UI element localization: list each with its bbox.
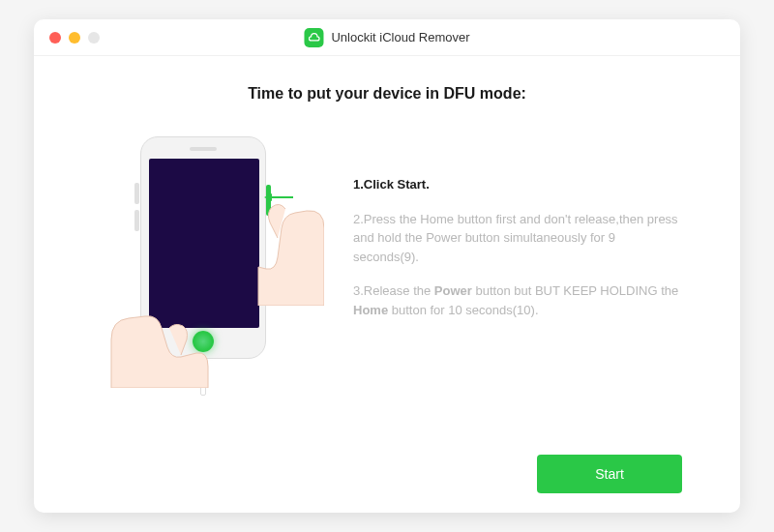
step-2: 2.Press the Home button first and don't … xyxy=(353,210,682,267)
close-icon[interactable] xyxy=(49,32,61,44)
app-icon xyxy=(304,28,323,47)
content: Time to put your device in DFU mode: xyxy=(34,56,740,513)
volume-down-icon xyxy=(134,210,139,231)
traffic-lights xyxy=(49,32,100,44)
main-row: 1.Click Start. 2.Press the Home button f… xyxy=(92,136,682,445)
instructions: 1.Click Start. 2.Press the Home button f… xyxy=(353,136,682,445)
minimize-icon[interactable] xyxy=(69,32,80,44)
volume-up-icon xyxy=(134,183,139,204)
step-1: 1.Click Start. xyxy=(353,175,682,194)
app-window: Unlockit iCloud Remover Time to put your… xyxy=(34,19,740,513)
titlebar: Unlockit iCloud Remover xyxy=(34,19,740,56)
right-hand-icon xyxy=(256,190,324,306)
step-3-mid: button but BUT KEEP HOLDING the xyxy=(472,283,678,298)
maximize-icon[interactable] xyxy=(88,32,100,44)
speaker-icon xyxy=(190,147,217,151)
dfu-illustration xyxy=(92,136,324,388)
start-button[interactable]: Start xyxy=(537,455,682,493)
page-title: Time to put your device in DFU mode: xyxy=(92,85,682,103)
step-3-suffix: button for 10 seconds(10). xyxy=(388,303,538,317)
step-3-home: Home xyxy=(353,303,388,317)
step-3-power: Power xyxy=(434,283,472,298)
app-title: Unlockit iCloud Remover xyxy=(331,30,469,44)
left-hand-icon xyxy=(102,281,218,388)
title-center: Unlockit iCloud Remover xyxy=(304,28,469,47)
footer: Start xyxy=(92,445,682,493)
step-3-prefix: 3.Release the xyxy=(353,283,434,298)
step-3: 3.Release the Power button but BUT KEEP … xyxy=(353,281,682,319)
